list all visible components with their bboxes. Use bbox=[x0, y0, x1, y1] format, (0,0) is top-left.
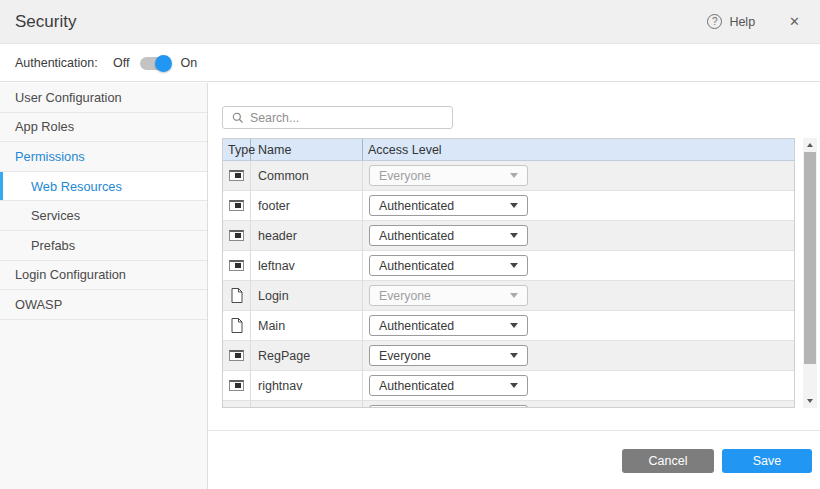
type-cell bbox=[223, 161, 251, 190]
access-level-select[interactable] bbox=[369, 405, 528, 408]
chevron-down-icon bbox=[510, 233, 518, 238]
access-cell: Authenticated bbox=[363, 371, 794, 400]
toggle-knob bbox=[155, 55, 172, 72]
resource-name: RegPage bbox=[251, 341, 363, 370]
table-row: leftnav Authenticated bbox=[223, 251, 794, 281]
resource-name: Login bbox=[251, 281, 363, 310]
access-cell: Authenticated bbox=[363, 311, 794, 340]
type-cell bbox=[223, 281, 251, 310]
chevron-down-icon bbox=[510, 263, 518, 268]
resource-name bbox=[251, 401, 363, 408]
triangle-up-icon bbox=[807, 143, 813, 147]
save-button[interactable]: Save bbox=[722, 449, 812, 473]
resource-name: Main bbox=[251, 311, 363, 340]
access-level-select[interactable]: Authenticated bbox=[369, 315, 528, 336]
access-level-select[interactable]: Authenticated bbox=[369, 225, 528, 246]
access-level-select[interactable]: Authenticated bbox=[369, 375, 528, 396]
access-cell: Authenticated bbox=[363, 191, 794, 220]
page-title: Security bbox=[15, 12, 76, 32]
access-level-value: Authenticated bbox=[379, 229, 454, 243]
type-cell bbox=[223, 251, 251, 280]
sidebar-item-label: OWASP bbox=[15, 297, 62, 312]
sidebar-item-label: Prefabs bbox=[31, 238, 75, 253]
triangle-down-icon bbox=[807, 399, 813, 403]
table-row: footer Authenticated bbox=[223, 191, 794, 221]
table-row: RegPage Everyone bbox=[223, 341, 794, 371]
chevron-down-icon bbox=[510, 173, 518, 178]
access-level-select[interactable]: Everyone bbox=[369, 345, 528, 366]
authentication-bar: Authentication: Off On bbox=[0, 45, 820, 82]
access-cell: Everyone bbox=[363, 341, 794, 370]
sidebar-item-app-roles[interactable]: App Roles bbox=[0, 113, 207, 143]
authentication-toggle[interactable] bbox=[140, 57, 167, 70]
column-header-name: Name bbox=[251, 139, 363, 160]
resource-name: rightnav bbox=[251, 371, 363, 400]
access-level-select[interactable]: Everyone bbox=[369, 285, 528, 306]
table-row: Common Everyone bbox=[223, 161, 794, 191]
authentication-label: Authentication: bbox=[15, 56, 98, 70]
partial-icon bbox=[229, 170, 244, 181]
body-area: User Configuration App Roles Permissions… bbox=[0, 83, 820, 489]
cancel-button[interactable]: Cancel bbox=[622, 449, 714, 473]
sidebar-item-login-configuration[interactable]: Login Configuration bbox=[0, 261, 207, 291]
sidebar-item-permissions[interactable]: Permissions bbox=[0, 142, 207, 172]
access-level-select[interactable]: Authenticated bbox=[369, 255, 528, 276]
toggle-off-label: Off bbox=[113, 56, 129, 70]
access-cell bbox=[363, 401, 794, 408]
sidebar-item-services[interactable]: Services bbox=[0, 201, 207, 231]
access-level-select[interactable]: Everyone bbox=[369, 165, 528, 186]
close-icon[interactable]: ✕ bbox=[789, 14, 800, 29]
access-level-value: Authenticated bbox=[379, 319, 454, 333]
chevron-down-icon bbox=[510, 353, 518, 358]
page-icon bbox=[231, 318, 243, 333]
sidebar-item-label: Services bbox=[31, 208, 80, 223]
sidebar-item-user-configuration[interactable]: User Configuration bbox=[0, 83, 207, 113]
type-cell bbox=[223, 191, 251, 220]
type-cell bbox=[223, 221, 251, 250]
partial-icon bbox=[229, 200, 244, 211]
access-level-value: Everyone bbox=[379, 289, 431, 303]
sidebar-item-label: Login Configuration bbox=[15, 267, 126, 282]
scroll-down-button[interactable] bbox=[803, 395, 817, 407]
help-link[interactable]: Help bbox=[729, 15, 755, 29]
column-header-type: Type bbox=[223, 139, 251, 160]
top-bar: Security ? Help ✕ bbox=[0, 0, 820, 44]
scrollbar-thumb[interactable] bbox=[804, 152, 816, 364]
access-level-value: Authenticated bbox=[379, 259, 454, 273]
access-level-value: Everyone bbox=[379, 169, 431, 183]
access-cell: Authenticated bbox=[363, 221, 794, 250]
resources-table: Type Name Access Level Common Everyone f… bbox=[222, 138, 795, 408]
table-row: Main Authenticated bbox=[223, 311, 794, 341]
partial-icon bbox=[229, 230, 244, 241]
resource-name: footer bbox=[251, 191, 363, 220]
chevron-down-icon bbox=[510, 323, 518, 328]
sidebar-item-web-resources[interactable]: Web Resources bbox=[0, 172, 207, 202]
access-level-value: Authenticated bbox=[379, 199, 454, 213]
scroll-up-button[interactable] bbox=[803, 139, 817, 151]
resource-name: header bbox=[251, 221, 363, 250]
access-cell: Authenticated bbox=[363, 251, 794, 280]
access-level-select[interactable]: Authenticated bbox=[369, 195, 528, 216]
sidebar: User Configuration App Roles Permissions… bbox=[0, 83, 208, 489]
help-icon[interactable]: ? bbox=[707, 14, 722, 29]
vertical-scrollbar[interactable] bbox=[803, 138, 817, 408]
partial-icon bbox=[229, 350, 244, 361]
column-header-access-level: Access Level bbox=[363, 139, 794, 160]
sidebar-item-owasp[interactable]: OWASP bbox=[0, 290, 207, 320]
footer-buttons: Cancel Save bbox=[622, 449, 812, 473]
sidebar-item-prefabs[interactable]: Prefabs bbox=[0, 231, 207, 261]
partial-icon bbox=[229, 380, 244, 391]
access-cell: Everyone bbox=[363, 161, 794, 190]
search-icon bbox=[232, 112, 244, 124]
access-level-value: Everyone bbox=[379, 349, 431, 363]
search-input[interactable] bbox=[250, 107, 452, 128]
search-box bbox=[222, 106, 453, 129]
footer-divider bbox=[208, 430, 820, 431]
page-icon bbox=[231, 288, 243, 303]
partial-icon bbox=[229, 260, 244, 271]
type-cell bbox=[223, 341, 251, 370]
table-row: header Authenticated bbox=[223, 221, 794, 251]
table-row: rightnav Authenticated bbox=[223, 371, 794, 401]
table-row: Login Everyone bbox=[223, 281, 794, 311]
table-body: Common Everyone footer Authenticated hea… bbox=[223, 161, 794, 408]
